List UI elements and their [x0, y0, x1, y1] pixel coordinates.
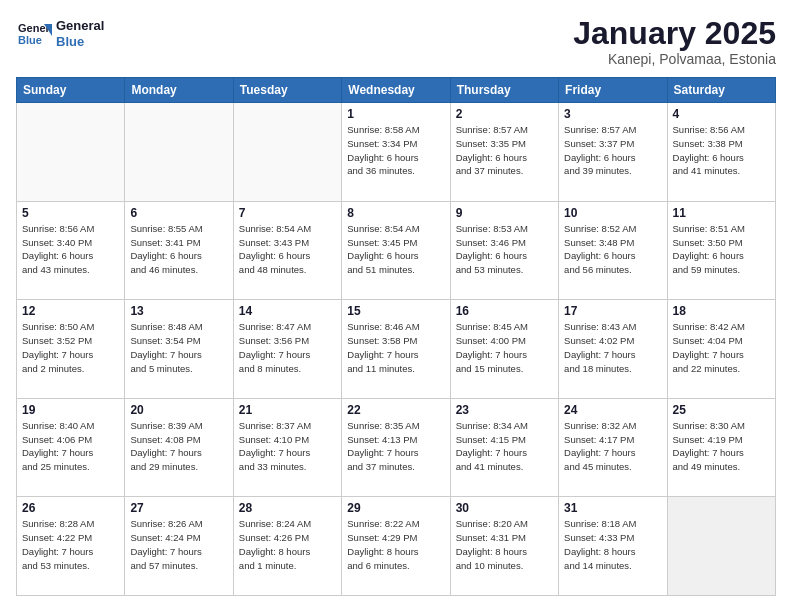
- day-number: 29: [347, 501, 444, 515]
- day-info: Sunrise: 8:54 AM Sunset: 3:45 PM Dayligh…: [347, 222, 444, 277]
- day-number: 18: [673, 304, 770, 318]
- calendar-cell: 21Sunrise: 8:37 AM Sunset: 4:10 PM Dayli…: [233, 398, 341, 497]
- calendar-cell: 19Sunrise: 8:40 AM Sunset: 4:06 PM Dayli…: [17, 398, 125, 497]
- day-number: 22: [347, 403, 444, 417]
- calendar-cell: 2Sunrise: 8:57 AM Sunset: 3:35 PM Daylig…: [450, 103, 558, 202]
- calendar-cell: 27Sunrise: 8:26 AM Sunset: 4:24 PM Dayli…: [125, 497, 233, 596]
- day-info: Sunrise: 8:48 AM Sunset: 3:54 PM Dayligh…: [130, 320, 227, 375]
- header: General Blue General Blue January 2025 K…: [16, 16, 776, 67]
- calendar-table: SundayMondayTuesdayWednesdayThursdayFrid…: [16, 77, 776, 596]
- day-number: 6: [130, 206, 227, 220]
- calendar-cell: 14Sunrise: 8:47 AM Sunset: 3:56 PM Dayli…: [233, 300, 341, 399]
- logo: General Blue General Blue: [16, 16, 104, 52]
- calendar-week-0: 1Sunrise: 8:58 AM Sunset: 3:34 PM Daylig…: [17, 103, 776, 202]
- weekday-header-friday: Friday: [559, 78, 667, 103]
- day-info: Sunrise: 8:26 AM Sunset: 4:24 PM Dayligh…: [130, 517, 227, 572]
- calendar-cell: 24Sunrise: 8:32 AM Sunset: 4:17 PM Dayli…: [559, 398, 667, 497]
- calendar-cell: 11Sunrise: 8:51 AM Sunset: 3:50 PM Dayli…: [667, 201, 775, 300]
- calendar-cell: [667, 497, 775, 596]
- day-info: Sunrise: 8:18 AM Sunset: 4:33 PM Dayligh…: [564, 517, 661, 572]
- calendar-cell: 12Sunrise: 8:50 AM Sunset: 3:52 PM Dayli…: [17, 300, 125, 399]
- day-info: Sunrise: 8:32 AM Sunset: 4:17 PM Dayligh…: [564, 419, 661, 474]
- day-info: Sunrise: 8:56 AM Sunset: 3:38 PM Dayligh…: [673, 123, 770, 178]
- calendar-cell: 16Sunrise: 8:45 AM Sunset: 4:00 PM Dayli…: [450, 300, 558, 399]
- day-info: Sunrise: 8:35 AM Sunset: 4:13 PM Dayligh…: [347, 419, 444, 474]
- calendar-cell: 30Sunrise: 8:20 AM Sunset: 4:31 PM Dayli…: [450, 497, 558, 596]
- day-info: Sunrise: 8:54 AM Sunset: 3:43 PM Dayligh…: [239, 222, 336, 277]
- day-info: Sunrise: 8:51 AM Sunset: 3:50 PM Dayligh…: [673, 222, 770, 277]
- day-number: 24: [564, 403, 661, 417]
- weekday-header-sunday: Sunday: [17, 78, 125, 103]
- day-number: 15: [347, 304, 444, 318]
- day-number: 4: [673, 107, 770, 121]
- day-info: Sunrise: 8:34 AM Sunset: 4:15 PM Dayligh…: [456, 419, 553, 474]
- day-number: 23: [456, 403, 553, 417]
- day-info: Sunrise: 8:30 AM Sunset: 4:19 PM Dayligh…: [673, 419, 770, 474]
- day-info: Sunrise: 8:55 AM Sunset: 3:41 PM Dayligh…: [130, 222, 227, 277]
- calendar-cell: [125, 103, 233, 202]
- calendar-cell: 10Sunrise: 8:52 AM Sunset: 3:48 PM Dayli…: [559, 201, 667, 300]
- calendar-cell: 23Sunrise: 8:34 AM Sunset: 4:15 PM Dayli…: [450, 398, 558, 497]
- day-info: Sunrise: 8:47 AM Sunset: 3:56 PM Dayligh…: [239, 320, 336, 375]
- day-number: 20: [130, 403, 227, 417]
- title-block: January 2025 Kanepi, Polvamaa, Estonia: [573, 16, 776, 67]
- day-info: Sunrise: 8:43 AM Sunset: 4:02 PM Dayligh…: [564, 320, 661, 375]
- day-info: Sunrise: 8:20 AM Sunset: 4:31 PM Dayligh…: [456, 517, 553, 572]
- calendar-cell: 9Sunrise: 8:53 AM Sunset: 3:46 PM Daylig…: [450, 201, 558, 300]
- calendar-cell: 8Sunrise: 8:54 AM Sunset: 3:45 PM Daylig…: [342, 201, 450, 300]
- day-info: Sunrise: 8:53 AM Sunset: 3:46 PM Dayligh…: [456, 222, 553, 277]
- weekday-header-row: SundayMondayTuesdayWednesdayThursdayFrid…: [17, 78, 776, 103]
- calendar-cell: 15Sunrise: 8:46 AM Sunset: 3:58 PM Dayli…: [342, 300, 450, 399]
- day-number: 13: [130, 304, 227, 318]
- day-number: 9: [456, 206, 553, 220]
- day-number: 19: [22, 403, 119, 417]
- day-info: Sunrise: 8:57 AM Sunset: 3:35 PM Dayligh…: [456, 123, 553, 178]
- day-info: Sunrise: 8:40 AM Sunset: 4:06 PM Dayligh…: [22, 419, 119, 474]
- calendar-week-1: 5Sunrise: 8:56 AM Sunset: 3:40 PM Daylig…: [17, 201, 776, 300]
- calendar-week-3: 19Sunrise: 8:40 AM Sunset: 4:06 PM Dayli…: [17, 398, 776, 497]
- calendar-cell: 3Sunrise: 8:57 AM Sunset: 3:37 PM Daylig…: [559, 103, 667, 202]
- day-info: Sunrise: 8:45 AM Sunset: 4:00 PM Dayligh…: [456, 320, 553, 375]
- day-info: Sunrise: 8:46 AM Sunset: 3:58 PM Dayligh…: [347, 320, 444, 375]
- day-info: Sunrise: 8:57 AM Sunset: 3:37 PM Dayligh…: [564, 123, 661, 178]
- calendar-week-2: 12Sunrise: 8:50 AM Sunset: 3:52 PM Dayli…: [17, 300, 776, 399]
- day-number: 11: [673, 206, 770, 220]
- calendar-cell: 31Sunrise: 8:18 AM Sunset: 4:33 PM Dayli…: [559, 497, 667, 596]
- day-info: Sunrise: 8:56 AM Sunset: 3:40 PM Dayligh…: [22, 222, 119, 277]
- day-number: 26: [22, 501, 119, 515]
- calendar-cell: [17, 103, 125, 202]
- day-number: 14: [239, 304, 336, 318]
- day-number: 25: [673, 403, 770, 417]
- day-number: 5: [22, 206, 119, 220]
- logo-text-line1: General: [56, 18, 104, 34]
- calendar-cell: 29Sunrise: 8:22 AM Sunset: 4:29 PM Dayli…: [342, 497, 450, 596]
- weekday-header-thursday: Thursday: [450, 78, 558, 103]
- day-number: 12: [22, 304, 119, 318]
- day-info: Sunrise: 8:22 AM Sunset: 4:29 PM Dayligh…: [347, 517, 444, 572]
- location-subtitle: Kanepi, Polvamaa, Estonia: [573, 51, 776, 67]
- logo-icon: General Blue: [16, 16, 52, 52]
- day-info: Sunrise: 8:37 AM Sunset: 4:10 PM Dayligh…: [239, 419, 336, 474]
- calendar-cell: 17Sunrise: 8:43 AM Sunset: 4:02 PM Dayli…: [559, 300, 667, 399]
- weekday-header-saturday: Saturday: [667, 78, 775, 103]
- day-number: 17: [564, 304, 661, 318]
- calendar-cell: 22Sunrise: 8:35 AM Sunset: 4:13 PM Dayli…: [342, 398, 450, 497]
- calendar-cell: [233, 103, 341, 202]
- calendar-cell: 5Sunrise: 8:56 AM Sunset: 3:40 PM Daylig…: [17, 201, 125, 300]
- day-number: 10: [564, 206, 661, 220]
- calendar-cell: 25Sunrise: 8:30 AM Sunset: 4:19 PM Dayli…: [667, 398, 775, 497]
- day-number: 7: [239, 206, 336, 220]
- calendar-cell: 1Sunrise: 8:58 AM Sunset: 3:34 PM Daylig…: [342, 103, 450, 202]
- weekday-header-tuesday: Tuesday: [233, 78, 341, 103]
- calendar-cell: 13Sunrise: 8:48 AM Sunset: 3:54 PM Dayli…: [125, 300, 233, 399]
- svg-text:Blue: Blue: [18, 34, 42, 46]
- day-info: Sunrise: 8:50 AM Sunset: 3:52 PM Dayligh…: [22, 320, 119, 375]
- day-number: 30: [456, 501, 553, 515]
- day-number: 2: [456, 107, 553, 121]
- day-number: 8: [347, 206, 444, 220]
- day-info: Sunrise: 8:39 AM Sunset: 4:08 PM Dayligh…: [130, 419, 227, 474]
- day-number: 21: [239, 403, 336, 417]
- day-number: 16: [456, 304, 553, 318]
- day-info: Sunrise: 8:52 AM Sunset: 3:48 PM Dayligh…: [564, 222, 661, 277]
- day-info: Sunrise: 8:42 AM Sunset: 4:04 PM Dayligh…: [673, 320, 770, 375]
